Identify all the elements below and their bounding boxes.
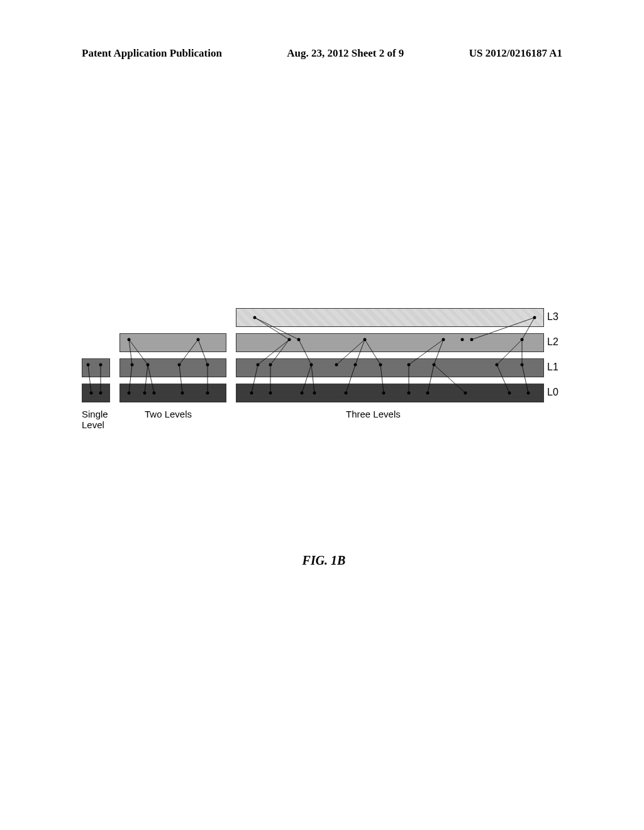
label-l3: L3 xyxy=(547,311,558,323)
label-l0: L0 xyxy=(547,387,558,398)
label-l2: L2 xyxy=(547,336,558,348)
header-center: Aug. 23, 2012 Sheet 2 of 9 xyxy=(287,47,404,60)
two-l2-bar xyxy=(119,333,226,352)
figure-caption: FIG. 1B xyxy=(82,553,566,568)
single-l0-bar xyxy=(82,384,110,402)
three-l3-bar xyxy=(236,308,544,327)
three-l1-bar xyxy=(236,358,544,377)
two-l1-bar xyxy=(119,358,226,377)
levels-diagram: L3 L2 L1 L0 Single Level Two Levels Thre… xyxy=(82,302,566,415)
page-header: Patent Application Publication Aug. 23, … xyxy=(0,47,644,60)
three-l0-bar xyxy=(236,384,544,402)
group-three-label: Three Levels xyxy=(346,409,401,419)
group-single-label: Single Level xyxy=(82,409,108,430)
single-l1-bar xyxy=(82,358,110,377)
header-right: US 2012/0216187 A1 xyxy=(469,47,562,60)
two-l0-bar xyxy=(119,384,226,402)
group-two-label: Two Levels xyxy=(145,409,192,419)
header-left: Patent Application Publication xyxy=(82,47,222,60)
label-l1: L1 xyxy=(547,362,558,373)
three-l2-bar xyxy=(236,333,544,352)
figure-1b: L3 L2 L1 L0 Single Level Two Levels Thre… xyxy=(82,302,566,568)
